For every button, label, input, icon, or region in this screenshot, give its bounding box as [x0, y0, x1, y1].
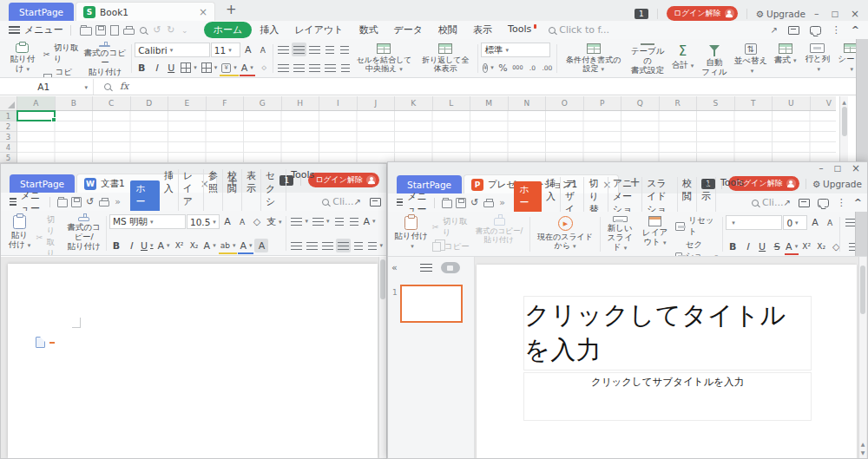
wr-format-painter-button[interactable]: 書式のコピー/ 貼り付け	[64, 213, 103, 253]
column-header-15[interactable]: P	[584, 96, 622, 110]
numbering-button[interactable]	[311, 214, 332, 228]
pp-copy-button[interactable]: コピー	[431, 240, 471, 253]
align-left-button[interactable]	[289, 239, 304, 252]
list-settings-button[interactable]	[366, 239, 385, 252]
hamburger-icon[interactable]	[10, 198, 16, 206]
pp-font-size-select[interactable]: 0	[783, 215, 807, 230]
pp-font-name-select[interactable]	[726, 215, 782, 230]
share-icon[interactable]	[354, 197, 361, 207]
font-decrease-button[interactable]: A	[823, 216, 837, 230]
undo-icon[interactable]	[468, 196, 482, 210]
share-icon[interactable]	[770, 25, 777, 35]
ss-doc-count-badge[interactable]: 1	[635, 9, 648, 19]
char-effects-button[interactable]: A	[202, 239, 218, 252]
thousands-separator-button[interactable]	[510, 61, 524, 75]
wr-paste-button[interactable]: 貼り付け	[4, 213, 35, 253]
highlight-button[interactable]: ab	[219, 239, 238, 252]
pp-slide-area[interactable]: クリックしてタイトルを入力 クリックしてサブタイトルを入力	[475, 257, 867, 458]
column-header-5[interactable]: F	[207, 96, 245, 110]
borders-button[interactable]	[179, 61, 199, 75]
ss-menu-item-5[interactable]: 表示	[465, 23, 500, 36]
ss-format-button[interactable]: 書式	[770, 42, 800, 75]
column-header-16[interactable]: Q	[621, 96, 660, 110]
wr-document-area[interactable]	[1, 257, 386, 458]
more-tools-icon[interactable]	[496, 196, 510, 210]
font-color-button[interactable]: A	[785, 239, 799, 253]
more-icon[interactable]	[832, 24, 841, 36]
font-color-button[interactable]: A	[238, 239, 253, 252]
char-shading-button[interactable]: A	[254, 239, 268, 252]
inline-doc-icon[interactable]	[36, 337, 45, 348]
column-header-0[interactable]: A	[17, 96, 56, 110]
row-header-2[interactable]: 3	[0, 132, 16, 142]
align-left-button[interactable]	[276, 61, 291, 75]
align-right-button[interactable]	[320, 239, 335, 252]
name-box-dropdown-icon[interactable]	[82, 81, 88, 92]
formula-input[interactable]	[135, 79, 868, 95]
save-icon[interactable]	[71, 197, 82, 207]
decrease-indent-button[interactable]	[332, 214, 346, 228]
wr-cut-button[interactable]: 切り取り	[35, 213, 65, 256]
switch-window-icon[interactable]	[370, 198, 381, 207]
font-increase-button[interactable]: A	[808, 216, 822, 230]
ss-format-painter-button[interactable]: 書式のコピー 貼り付け	[82, 42, 129, 75]
subtitle-placeholder[interactable]: クリックしてサブタイトルを入力	[523, 372, 812, 421]
row-header-3[interactable]: 4	[0, 142, 16, 153]
ss-tab-startpage[interactable]: StartPage	[9, 3, 74, 21]
pp-paste-button[interactable]: 貼り付け	[391, 214, 431, 254]
font-decrease-button[interactable]: A	[235, 215, 249, 229]
increase-decimal-button[interactable]	[540, 61, 554, 75]
column-header-3[interactable]: D	[131, 96, 169, 110]
share-icon[interactable]	[783, 198, 790, 207]
justify-button[interactable]	[336, 239, 351, 252]
align-center-button[interactable]	[305, 239, 319, 252]
align-top-button[interactable]	[276, 43, 291, 56]
wr-font-size-select[interactable]: 10.5	[187, 214, 220, 229]
column-header-6[interactable]: G	[244, 96, 282, 110]
pp-upgrade-button[interactable]: Upgrade	[812, 179, 862, 189]
scroll-down-icon[interactable]	[861, 448, 865, 456]
wr-search-box[interactable]: Cli...	[322, 196, 353, 207]
increase-indent-button[interactable]	[338, 43, 352, 56]
fx-button[interactable]: fx	[120, 81, 128, 92]
column-header-18[interactable]: S	[697, 96, 735, 110]
row-header-0[interactable]: 1	[0, 111, 16, 121]
decrease-indent-button[interactable]	[323, 43, 337, 56]
bullets-button[interactable]	[289, 214, 310, 228]
ss-wrap-text-button[interactable]: 折り返して全体表示	[416, 42, 475, 75]
column-header-20[interactable]: U	[773, 96, 811, 110]
ss-autofilter-button[interactable]: 自動 フィルタ	[697, 42, 732, 75]
font-increase-button[interactable]: A	[220, 215, 234, 229]
ss-search-box[interactable]: Click to f...	[549, 24, 609, 36]
align-right-button[interactable]	[307, 61, 322, 75]
font-color-button[interactable]: A	[240, 61, 255, 75]
subscript-button[interactable]: X₂	[187, 239, 201, 252]
wr-font-name-select[interactable]: MS 明朝	[109, 214, 186, 229]
pp-play-from-current-button[interactable]: 現在のスライドから	[533, 214, 596, 254]
open-icon[interactable]	[57, 199, 68, 207]
zoom-formula-icon[interactable]	[101, 80, 115, 94]
undo-icon[interactable]	[150, 23, 164, 37]
ss-table-format-button[interactable]: テーブルの 書式設定	[627, 42, 668, 75]
ss-number-format-select[interactable]: 標準	[481, 43, 550, 57]
ss-sort-button[interactable]: 並べ替え	[732, 42, 771, 75]
italic-button[interactable]: I	[740, 239, 754, 253]
ss-paste-button[interactable]: 貼り付け	[3, 42, 42, 75]
strikethrough-button[interactable]: S	[770, 239, 784, 253]
collapse-panel-icon[interactable]	[391, 262, 398, 273]
italic-button[interactable]: I	[124, 239, 138, 252]
clear-format-button[interactable]	[829, 239, 843, 253]
ss-menu-item-4[interactable]: 校閲	[431, 23, 465, 36]
ss-font-name-select[interactable]: Calibri	[135, 43, 210, 57]
ss-sum-button[interactable]: 合計	[668, 42, 697, 75]
history-dropdown-icon[interactable]	[178, 23, 192, 37]
underline-button[interactable]: U	[755, 239, 769, 253]
ss-logout-button[interactable]: ログイン解除	[667, 6, 738, 21]
slide-canvas[interactable]: クリックしてタイトルを入力 クリックしてサブタイトルを入力	[477, 265, 857, 458]
phonetic-guide-button[interactable]: 支	[265, 215, 284, 229]
preview-icon[interactable]	[140, 27, 147, 34]
save-icon[interactable]	[95, 25, 106, 36]
ss-menu-item-0[interactable]: 挿入	[252, 23, 286, 36]
percent-format-button[interactable]	[496, 61, 510, 75]
column-header-17[interactable]: R	[660, 96, 698, 110]
